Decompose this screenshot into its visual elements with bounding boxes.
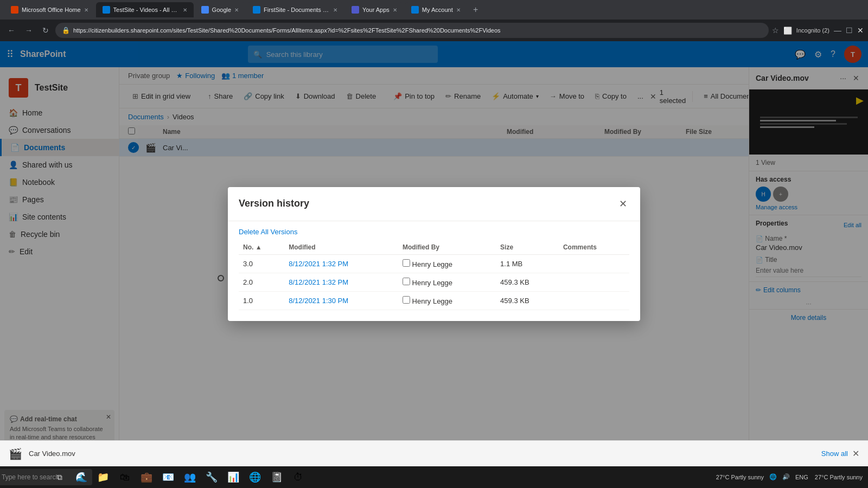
taskbar-app5[interactable]: 💼 (137, 467, 156, 487)
browser-chrome: Microsoft Office Home ✕ TestSite - Video… (0, 0, 868, 41)
version-modified-by: Henry Legge (398, 291, 496, 310)
taskbar-search[interactable]: 🔍 Type here to search (28, 467, 48, 487)
version-size: 459.3 KB (496, 273, 559, 291)
download-filename: Car Video.mov (29, 450, 75, 458)
chrome-icon: 🌐 (249, 471, 261, 483)
taskbar-volume-icon: 🔊 (780, 472, 792, 481)
show-all-downloads-link[interactable]: Show all (821, 450, 848, 458)
tab-close-g[interactable]: ✕ (234, 7, 239, 13)
browser-tabs: Microsoft Office Home ✕ TestSite - Video… (0, 0, 868, 20)
taskbar-store[interactable]: 🛍 (115, 467, 135, 487)
store-icon: 🛍 (120, 472, 130, 483)
minimize-button[interactable]: — (834, 26, 841, 35)
version-comments (559, 291, 629, 310)
version-row[interactable]: 3.0 8/12/2021 1:32 PM Henry Legge 1.1 MB (239, 254, 629, 273)
delete-all-versions-link[interactable]: Delete All Versions (239, 228, 629, 236)
tab-favicon-wa (352, 6, 359, 14)
tab-apps[interactable]: Your Apps ✕ (345, 2, 404, 17)
app6-icon: 📧 (162, 471, 174, 483)
download-bar-right: Show all ✕ (821, 448, 859, 459)
download-bar: 🎬 Car Video.mov Show all ✕ (0, 440, 868, 466)
taskbar-edge[interactable]: 🌊 (72, 467, 91, 487)
tab-label-ma: My Account (422, 7, 453, 13)
reload-button[interactable]: ↻ (39, 24, 52, 37)
maximize-button[interactable]: ☐ (846, 26, 853, 35)
version-modified[interactable]: 8/12/2021 1:30 PM (284, 291, 398, 310)
tab-close-fs[interactable]: ✕ (333, 7, 337, 13)
tab-close-ma[interactable]: ✕ (456, 7, 461, 13)
tab-favicon-ms (11, 6, 18, 14)
address-bar[interactable]: 🔒 https://citizenbuilders.sharepoint.com… (55, 23, 769, 38)
version-comments (559, 254, 629, 273)
back-button[interactable]: ← (4, 24, 18, 37)
col-no[interactable]: No. ▲ (239, 240, 284, 255)
version-history-modal: Version history ✕ Delete All Versions No… (228, 187, 640, 321)
version-row[interactable]: 1.0 8/12/2021 1:30 PM Henry Legge 459.3 … (239, 291, 629, 310)
version-row[interactable]: 2.0 8/12/2021 1:32 PM Henry Legge 459.3 … (239, 273, 629, 291)
taskbar-app9[interactable]: 📊 (224, 467, 243, 487)
taskbar-app11[interactable]: ⏱ (289, 467, 308, 487)
app11-icon: ⏱ (293, 472, 303, 483)
version-modified[interactable]: 8/12/2021 1:32 PM (284, 273, 398, 291)
taskbar-app8[interactable]: 🔧 (202, 467, 221, 487)
app9-icon: 📊 (227, 471, 239, 483)
tab-close-wa[interactable]: ✕ (393, 7, 397, 13)
edge-icon: 🌊 (75, 471, 87, 483)
close-button[interactable]: ✕ (857, 26, 864, 35)
taskbar-chrome[interactable]: 🌐 (245, 467, 265, 487)
taskbar-right: 27°C Partly sunny 🌐 🔊 ENG 27°C Partly su… (714, 472, 866, 482)
version-checkbox[interactable] (403, 296, 410, 304)
col-modified[interactable]: Modified (284, 240, 398, 255)
taskbar-explorer[interactable]: 📁 (93, 467, 113, 487)
col-size[interactable]: Size (496, 240, 559, 255)
taskbar-onenote[interactable]: 📓 (267, 467, 286, 487)
version-checkbox[interactable] (403, 278, 410, 285)
teams-icon: 👥 (184, 471, 196, 483)
browser-bar: ← → ↻ 🔒 https://citizenbuilders.sharepoi… (0, 20, 868, 41)
taskbar-app6[interactable]: 📧 (158, 467, 178, 487)
download-file-icon: 🎬 (9, 447, 22, 460)
tab-ms-office[interactable]: Microsoft Office Home ✕ (4, 2, 95, 17)
explorer-icon: 📁 (97, 471, 109, 483)
version-size: 1.1 MB (496, 254, 559, 273)
browser-icons: ☆ ⬜ Incognito (2) — ☐ ✕ (772, 26, 864, 35)
taskbar-taskview[interactable]: ⧉ (50, 467, 69, 487)
version-checkbox[interactable] (403, 259, 410, 267)
tab-close-sp[interactable]: ✕ (183, 7, 187, 13)
col-comments[interactable]: Comments (559, 240, 629, 255)
forward-button[interactable]: → (22, 24, 36, 37)
col-modified-by[interactable]: Modified By (398, 240, 496, 255)
taskbar-lang: ENG (793, 473, 810, 481)
modal-overlay[interactable]: Version history ✕ Delete All Versions No… (0, 41, 868, 466)
version-no: 1.0 (239, 291, 284, 310)
incognito-label: Incognito (2) (796, 27, 829, 34)
version-size: 459.3 KB (496, 291, 559, 310)
version-no: 2.0 (239, 273, 284, 291)
tab-firstsite[interactable]: FirstSite - Documents - All Docu... ✕ (246, 2, 344, 17)
tab-label-g: Google (212, 7, 231, 13)
tab-sharepoint[interactable]: TestSite - Videos - All Documents ✕ (96, 2, 194, 17)
modal-close-button[interactable]: ✕ (617, 196, 629, 212)
modal-header: Version history ✕ (228, 187, 640, 221)
tab-close-ms[interactable]: ✕ (84, 7, 88, 13)
taskbar: 🔍 Type here to search ⧉ 🌊 📁 🛍 💼 📧 👥 🔧 📊 … (0, 466, 868, 488)
onenote-icon: 📓 (271, 471, 283, 483)
taskbar-teams[interactable]: 👥 (180, 467, 200, 487)
version-modified-by: Henry Legge (398, 273, 496, 291)
tab-label-wa: Your Apps (362, 7, 390, 13)
extension-icon[interactable]: ⬜ (783, 27, 792, 35)
bookmark-icon[interactable]: ☆ (772, 26, 779, 35)
version-modified-by: Henry Legge (398, 254, 496, 273)
modal-body: Delete All Versions No. ▲ Modified Modif… (228, 221, 640, 321)
tab-favicon-fs (253, 6, 260, 14)
new-tab-button[interactable]: + (468, 2, 483, 17)
tab-myaccount[interactable]: My Account ✕ (405, 2, 467, 17)
app8-icon: 🔧 (206, 471, 218, 483)
dismiss-download-button[interactable]: ✕ (852, 448, 859, 459)
tab-label-ms: Microsoft Office Home (22, 7, 81, 13)
version-no: 3.0 (239, 254, 284, 273)
tab-google[interactable]: Google ✕ (195, 2, 245, 17)
modal-title: Version history (239, 198, 617, 209)
version-table: No. ▲ Modified Modified By Size Comments… (239, 240, 629, 310)
version-modified[interactable]: 8/12/2021 1:32 PM (284, 254, 398, 273)
